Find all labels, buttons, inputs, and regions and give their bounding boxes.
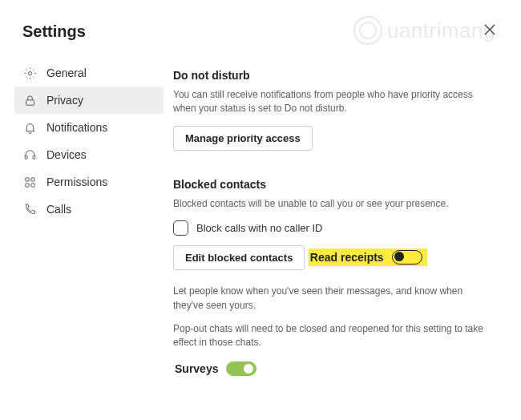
sidebar-item-label: Notifications [46, 121, 107, 134]
toggle-knob-icon [394, 252, 404, 261]
read-receipts-row: Read receipts [309, 248, 427, 266]
sidebar-item-label: General [46, 67, 87, 79]
lock-icon [22, 93, 37, 107]
gear-icon [22, 66, 37, 80]
blocked-contacts-desc: Blocked contacts will be unable to call … [173, 197, 491, 211]
phone-icon [22, 202, 37, 216]
edit-blocked-contacts-button[interactable]: Edit blocked contacts [173, 245, 305, 270]
headset-icon [22, 147, 37, 162]
sidebar-item-label: Privacy [46, 94, 83, 107]
sidebar-item-general[interactable]: General [14, 59, 164, 87]
close-button[interactable] [481, 21, 499, 42]
settings-header: Settings [0, 0, 521, 48]
svg-rect-5 [30, 177, 34, 180]
svg-rect-6 [25, 183, 28, 186]
surveys-row: Surveys [173, 360, 261, 378]
manage-priority-access-button[interactable]: Manage priority access [173, 126, 313, 151]
sidebar-item-calls[interactable]: Calls [14, 196, 164, 223]
sidebar-item-label: Permissions [46, 176, 107, 188]
bell-icon [22, 120, 37, 135]
sidebar-item-permissions[interactable]: Permissions [14, 168, 164, 196]
apps-icon [22, 175, 37, 189]
settings-sidebar: General Privacy Notifications Devices Pe [14, 56, 164, 386]
svg-rect-2 [25, 155, 27, 159]
dnd-title: Do not disturb [173, 69, 491, 82]
page-title: Settings [22, 22, 86, 41]
sidebar-item-notifications[interactable]: Notifications [14, 114, 164, 141]
checkbox-icon [173, 220, 188, 236]
block-no-caller-id-row[interactable]: Block calls with no caller ID [173, 220, 491, 236]
svg-point-0 [28, 71, 31, 75]
read-receipts-toggle[interactable] [392, 250, 422, 265]
sidebar-item-label: Calls [46, 203, 71, 216]
read-receipts-desc-2: Pop-out chats will need to be closed and… [173, 322, 491, 350]
dnd-desc: You can still receive notifications from… [173, 88, 491, 116]
read-receipts-title: Read receipts [310, 251, 384, 264]
close-icon [484, 24, 495, 35]
settings-content: Do not disturb You can still receive not… [164, 56, 507, 386]
surveys-toggle[interactable] [226, 361, 256, 376]
blocked-contacts-title: Blocked contacts [173, 178, 491, 191]
toggle-knob-icon [244, 364, 253, 374]
surveys-title: Surveys [175, 362, 218, 375]
svg-rect-1 [26, 99, 34, 104]
svg-rect-7 [30, 183, 34, 186]
read-receipts-desc-1: Let people know when you've seen their m… [173, 285, 491, 313]
svg-rect-4 [25, 177, 28, 180]
svg-rect-3 [33, 155, 35, 159]
sidebar-item-devices[interactable]: Devices [14, 141, 164, 168]
sidebar-item-label: Devices [46, 148, 87, 161]
block-no-caller-id-label: Block calls with no caller ID [196, 222, 323, 234]
sidebar-item-privacy[interactable]: Privacy [14, 87, 164, 114]
